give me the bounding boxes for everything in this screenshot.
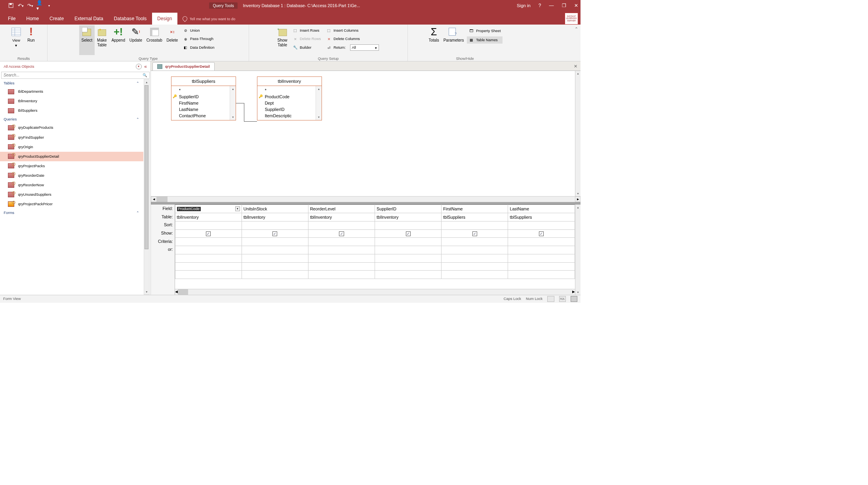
grid-cell-field[interactable]: LastName — [508, 205, 575, 213]
tab-database-tools[interactable]: Database Tools — [108, 13, 152, 25]
delete-rows-button[interactable]: ✕Delete Rows — [291, 36, 322, 42]
grid-cell-blank[interactable] — [242, 262, 308, 271]
search-input[interactable] — [2, 72, 141, 78]
grid-cell-table[interactable]: tblInventory — [175, 213, 242, 221]
run-button[interactable]: ! Run — [24, 25, 38, 55]
grid-cell-sort[interactable] — [308, 221, 375, 229]
grid-cell-blank[interactable] — [508, 262, 575, 271]
design-hscrollbar[interactable]: ◀ ▶ — [151, 196, 581, 202]
grid-cell-blank[interactable] — [375, 271, 442, 279]
nav-item-query[interactable]: qryProjectPacks — [0, 161, 143, 171]
nav-item-query[interactable]: qryFindSupplier — [0, 133, 143, 142]
grid-cell-blank[interactable] — [508, 271, 575, 279]
insert-cols-button[interactable]: ⬚Insert Columns — [325, 27, 381, 34]
grid-cell-criteria[interactable] — [175, 238, 242, 246]
nav-group-tables[interactable]: Tables⌃ — [0, 79, 143, 87]
grid-cell-field[interactable]: UnitsInStock — [242, 205, 308, 213]
qat-more-icon[interactable]: 👤▾ — [36, 2, 43, 9]
table-box-suppliers[interactable]: tblSuppliers ▲▼ *SupplierIDFirstNameLast… — [171, 76, 236, 120]
query-design-surface[interactable]: ▲ ▼ tblSuppliers ▲▼ *SupplierIDFirstName… — [151, 71, 581, 196]
grid-cell-or[interactable] — [442, 246, 508, 254]
grid-cell-sort[interactable] — [242, 221, 308, 229]
delete-query-button[interactable]: ✕! Delete — [164, 25, 180, 55]
checkbox-icon[interactable] — [472, 231, 477, 236]
grid-cell-or[interactable] — [308, 246, 375, 254]
tab-design[interactable]: Design — [152, 13, 177, 25]
grid-table[interactable]: ProductCode▾UnitsInStockReorderLevelSupp… — [175, 204, 575, 279]
doc-tab-query[interactable]: qryProductSupplierDetail — [152, 62, 214, 71]
delete-cols-button[interactable]: ✕Delete Columns — [325, 36, 381, 42]
grid-cell-or[interactable] — [508, 246, 575, 254]
scroll-thumb[interactable] — [157, 197, 168, 202]
restore-icon[interactable]: ❐ — [562, 3, 566, 8]
insert-rows-button[interactable]: ⬚Insert Rows — [291, 27, 322, 34]
checkbox-icon[interactable] — [272, 231, 277, 236]
redo-icon[interactable]: ↷▾ — [27, 2, 33, 9]
nav-scrollbar[interactable]: ▲ ▼ — [144, 79, 150, 295]
table-field[interactable]: * — [265, 87, 322, 94]
grid-cell-criteria[interactable] — [308, 238, 375, 246]
grid-cell-criteria[interactable] — [375, 238, 442, 246]
grid-cell-blank[interactable] — [308, 271, 375, 279]
grid-cell-or[interactable] — [375, 246, 442, 254]
grid-cell-show[interactable] — [442, 229, 508, 238]
join-line[interactable] — [236, 103, 244, 103]
show-table-button[interactable]: + Show Table — [275, 25, 289, 55]
grid-cell-blank[interactable] — [308, 262, 375, 271]
scroll-up-icon[interactable]: ▲ — [144, 80, 149, 85]
grid-cell-blank[interactable] — [442, 254, 508, 262]
grid-cell-blank[interactable] — [508, 254, 575, 262]
nav-item-query[interactable]: qryDuplicateProducts — [0, 123, 143, 132]
grid-cell-sort[interactable] — [175, 221, 242, 229]
grid-vscrollbar[interactable]: ▲ ▼ — [575, 204, 581, 294]
nav-item-table[interactable]: tblDepartments — [0, 87, 143, 96]
grid-cell-table[interactable]: tblSuppliers — [442, 213, 508, 221]
table-field[interactable]: * — [179, 87, 236, 94]
scroll-left-icon[interactable]: ◀ — [175, 289, 178, 295]
grid-cell-blank[interactable] — [375, 262, 442, 271]
scroll-right-icon[interactable]: ▶ — [572, 289, 575, 295]
view-datasheet-button[interactable] — [547, 296, 554, 302]
checkbox-icon[interactable] — [539, 231, 544, 236]
chevron-down-icon[interactable]: ▾ — [235, 206, 240, 211]
collapse-ribbon-icon[interactable]: ⌃ — [575, 27, 578, 32]
grid-cell-or[interactable] — [242, 246, 308, 254]
update-button[interactable]: ✎! Update — [127, 25, 144, 55]
grid-hscrollbar[interactable]: ◀ ▶ — [175, 289, 575, 295]
grid-cell-sort[interactable] — [375, 221, 442, 229]
nav-item-query[interactable]: qryUnusedSuppliers — [0, 190, 143, 199]
table-field[interactable]: LastName — [179, 106, 236, 113]
tab-home[interactable]: Home — [21, 13, 44, 25]
nav-item-query[interactable]: qryOrigin — [0, 142, 143, 152]
datadef-button[interactable]: ◧Data Definition — [181, 44, 216, 51]
nav-item-query[interactable]: qryProductSupplierDetail — [0, 152, 143, 161]
grid-cell-blank[interactable] — [375, 254, 442, 262]
grid-cell-show[interactable] — [375, 229, 442, 238]
nav-item-table[interactable]: tblInventory — [0, 96, 143, 106]
grid-cell-criteria[interactable] — [242, 238, 308, 246]
grid-cell-blank[interactable] — [175, 262, 242, 271]
grid-cell-blank[interactable] — [242, 254, 308, 262]
scroll-up-icon[interactable]: ▲ — [575, 204, 581, 210]
grid-cell-blank[interactable] — [308, 254, 375, 262]
scroll-thumb[interactable] — [145, 85, 148, 250]
scroll-down-icon[interactable]: ▼ — [575, 191, 581, 196]
nav-item-query[interactable]: qryProjectPackPricer — [0, 199, 143, 209]
scroll-down-icon[interactable]: ▼ — [144, 289, 149, 294]
grid-cell-show[interactable] — [242, 229, 308, 238]
grid-cell-blank[interactable] — [175, 271, 242, 279]
grid-cell-criteria[interactable] — [442, 238, 508, 246]
help-icon[interactable]: ? — [539, 3, 541, 8]
design-vscrollbar[interactable]: ▲ ▼ — [575, 71, 581, 196]
grid-cell-criteria[interactable] — [508, 238, 575, 246]
tab-external-data[interactable]: External Data — [69, 13, 109, 25]
crosstab-button[interactable]: Crosstab — [144, 25, 164, 55]
grid-cell-table[interactable]: tblInventory — [242, 213, 308, 221]
tab-create[interactable]: Create — [44, 13, 69, 25]
nav-item-table[interactable]: tblSuppliers — [0, 106, 143, 115]
checkbox-icon[interactable] — [406, 231, 411, 236]
scroll-left-icon[interactable]: ◀ — [151, 197, 157, 202]
pane-splitter[interactable] — [151, 202, 581, 205]
checkbox-icon[interactable] — [206, 231, 211, 236]
nav-collapse-icon[interactable]: « — [144, 64, 147, 69]
